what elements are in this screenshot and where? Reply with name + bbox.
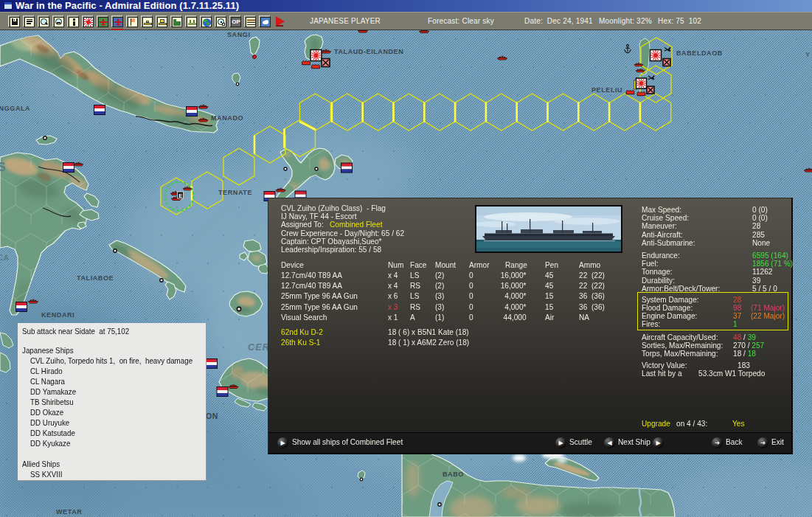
svg-text:TERNATE: TERNATE xyxy=(218,189,252,196)
svg-text:SANGI: SANGI xyxy=(227,31,251,38)
svg-text:TALAUD-EILANDEN: TALAUD-EILANDEN xyxy=(334,48,403,55)
svg-text:Y: Y xyxy=(805,51,811,58)
svg-text:BABELDAOB: BABELDAOB xyxy=(676,49,723,57)
svg-text:MANADO: MANADO xyxy=(211,114,243,122)
svg-text:E: E xyxy=(178,192,182,199)
svg-text:S: S xyxy=(0,161,6,173)
svg-text:TALIABOE: TALIABOE xyxy=(77,274,114,282)
svg-text:ONGGALA: ONGGALA xyxy=(0,105,30,112)
svg-text:ON: ON xyxy=(206,412,218,420)
svg-text:PELELIU: PELELIU xyxy=(591,86,622,94)
svg-text:KENDARI: KENDARI xyxy=(41,311,74,319)
svg-text:CER: CER xyxy=(248,342,270,353)
svg-text:BABO: BABO xyxy=(443,471,464,478)
svg-text:CA: CA xyxy=(0,254,9,262)
svg-text:WETAR: WETAR xyxy=(56,508,82,516)
